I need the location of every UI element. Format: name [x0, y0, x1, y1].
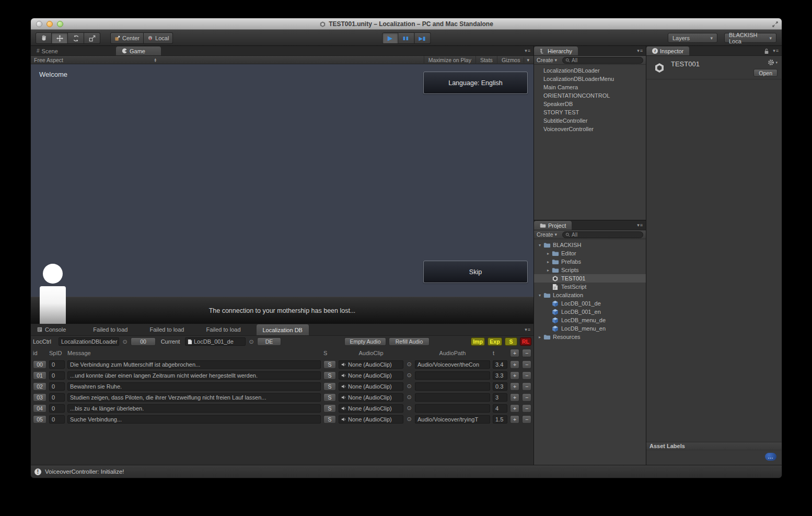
panel-menu-icon[interactable]: ▾≡	[773, 48, 779, 53]
spid-field[interactable]: 0	[49, 393, 65, 402]
time-field[interactable]: 4	[493, 404, 507, 413]
row-remove-button[interactable]: −	[522, 360, 531, 369]
asset-labels-more-button[interactable]: ...	[765, 453, 776, 461]
language-button[interactable]: Language: English	[423, 72, 528, 94]
audioclip-field[interactable]: None (AudioClip)	[339, 415, 403, 424]
row-add-button[interactable]: +	[510, 404, 519, 413]
audiopath-field[interactable]	[415, 371, 490, 380]
tab-failed-2[interactable]: Failed to load	[143, 324, 190, 335]
skip-button[interactable]: Skip	[423, 261, 528, 283]
time-field[interactable]: 3.3	[493, 371, 507, 380]
pivot-local-button[interactable]: Local	[144, 32, 173, 44]
panel-menu-icon[interactable]: ▾≡	[637, 222, 643, 228]
row-s-button[interactable]: S	[323, 404, 336, 413]
tab-game[interactable]: Game	[116, 46, 161, 55]
row-remove-button[interactable]: −	[522, 404, 531, 413]
audioclip-field[interactable]: None (AudioClip)	[339, 393, 403, 402]
tab-localization-db[interactable]: Localization DB	[257, 324, 309, 335]
object-picker-icon[interactable]: ⊙	[122, 338, 128, 345]
tab-failed-3[interactable]: Failed to load	[200, 324, 247, 335]
index-button[interactable]: 00	[131, 337, 156, 346]
layout-dropdown[interactable]: BLACKISH Loca ▾	[724, 33, 776, 43]
time-field[interactable]: 1.5	[493, 415, 507, 424]
scale-tool-button[interactable]	[84, 32, 100, 44]
status-bar[interactable]: ! VoiceoverController: Initialize!	[31, 465, 782, 478]
loader-object-field[interactable]: LocalizationDBLoader	[59, 337, 119, 346]
gizmos-dropdown[interactable]: Gizmos ▾	[497, 56, 533, 64]
object-picker-icon[interactable]: ⊙	[406, 383, 412, 390]
hierarchy-item[interactable]: LocalizationDBLoader	[534, 66, 646, 75]
tree-row-folder[interactable]: ▸ Prefabs	[534, 257, 646, 266]
row-add-button[interactable]: +	[510, 393, 519, 402]
audioclip-field[interactable]: None (AudioClip)	[339, 371, 403, 380]
fullscreen-icon[interactable]	[772, 21, 779, 28]
save-button[interactable]: S	[505, 337, 517, 346]
hierarchy-item[interactable]: VoiceoverController	[534, 125, 646, 133]
row-id-button[interactable]: 02	[33, 382, 47, 391]
panel-menu-icon[interactable]: ▾≡	[637, 48, 643, 53]
add-row-button[interactable]: +	[510, 349, 519, 357]
foldout-closed-icon[interactable]: ▸	[545, 268, 551, 273]
tree-row-folder[interactable]: ▾ BLACKISH	[534, 241, 646, 249]
row-s-button[interactable]: S	[323, 415, 336, 424]
time-field[interactable]: 3	[493, 393, 507, 402]
row-add-button[interactable]: +	[510, 415, 519, 424]
refill-audio-button[interactable]: Refill Audio	[389, 337, 430, 346]
lock-icon[interactable]	[764, 48, 769, 54]
object-picker-icon[interactable]: ⊙	[406, 361, 412, 368]
panel-menu-icon[interactable]: ▾≡	[525, 48, 531, 53]
message-field[interactable]: Studien zeigen, dass Piloten, die ihrer …	[67, 393, 321, 402]
tab-scene[interactable]: # Scene	[31, 46, 80, 55]
row-remove-button[interactable]: −	[522, 371, 531, 380]
row-s-button[interactable]: S	[323, 371, 336, 380]
tree-row-folder[interactable]: ▸ Editor	[534, 249, 646, 257]
message-field[interactable]: Bewahren sie Ruhe.	[67, 382, 321, 391]
message-field[interactable]: ...bis zu 4x länger überleben.	[67, 404, 321, 413]
spid-field[interactable]: 0	[49, 382, 65, 391]
asset-labels-header[interactable]: Asset Labels	[646, 442, 782, 450]
hierarchy-item[interactable]: LocalizationDBLoaderMenu	[534, 75, 646, 83]
move-tool-button[interactable]	[52, 32, 68, 44]
spid-field[interactable]: 0	[49, 371, 65, 380]
message-field[interactable]: ...und konnte über einen langen Zeitraum…	[67, 371, 321, 380]
audiopath-field[interactable]	[415, 404, 490, 413]
row-id-button[interactable]: 04	[33, 404, 47, 413]
row-s-button[interactable]: S	[323, 382, 336, 391]
tree-row-asset[interactable]: LocDB_menu_en	[534, 324, 646, 333]
reload-button[interactable]: RL	[520, 337, 531, 346]
audioclip-field[interactable]: None (AudioClip)	[339, 404, 403, 413]
row-add-button[interactable]: +	[510, 382, 519, 391]
row-s-button[interactable]: S	[323, 360, 336, 369]
audiopath-field[interactable]: Audio/Voiceover/theCon	[415, 360, 490, 369]
row-id-button[interactable]: 03	[33, 393, 47, 402]
foldout-closed-icon[interactable]: ▸	[537, 335, 543, 339]
foldout-open-icon[interactable]: ▾	[537, 243, 543, 248]
tree-row-asset[interactable]: LocDB_001_en	[534, 308, 646, 316]
aspect-dropdown[interactable]: Free Aspect ▴▾	[31, 57, 156, 63]
tab-project[interactable]: Project	[534, 221, 572, 230]
message-field[interactable]: Die Verbindung zum Mutterschiff ist abge…	[67, 360, 321, 369]
tree-row-folder[interactable]: ▸ Resources	[534, 333, 646, 341]
audioclip-field[interactable]: None (AudioClip)	[339, 382, 403, 391]
row-remove-button[interactable]: −	[522, 382, 531, 391]
zoom-window-button[interactable]	[57, 21, 63, 27]
foldout-closed-icon[interactable]: ▸	[545, 251, 551, 256]
tab-inspector[interactable]: i Inspector	[646, 46, 689, 55]
pause-button[interactable]: ▮▮	[398, 32, 414, 44]
row-remove-button[interactable]: −	[522, 415, 531, 424]
foldout-open-icon[interactable]: ▾	[537, 293, 543, 298]
play-button[interactable]: ▶	[382, 32, 398, 44]
time-field[interactable]: 0.3	[493, 382, 507, 391]
stats-toggle[interactable]: Stats	[475, 56, 497, 64]
row-remove-button[interactable]: −	[522, 393, 531, 402]
row-add-button[interactable]: +	[510, 360, 519, 369]
audioclip-field[interactable]: None (AudioClip)	[339, 360, 403, 369]
hand-tool-button[interactable]	[36, 32, 52, 44]
minimize-window-button[interactable]	[47, 21, 53, 27]
tab-hierarchy[interactable]: Hierarchy	[534, 46, 578, 55]
tree-row-folder[interactable]: ▾ Localization	[534, 291, 646, 299]
audiopath-field[interactable]	[415, 393, 490, 402]
hierarchy-item[interactable]: SpeakerDB	[534, 100, 646, 108]
tab-console[interactable]: Console	[31, 324, 72, 335]
project-create-button[interactable]: Create ▾	[537, 231, 557, 238]
